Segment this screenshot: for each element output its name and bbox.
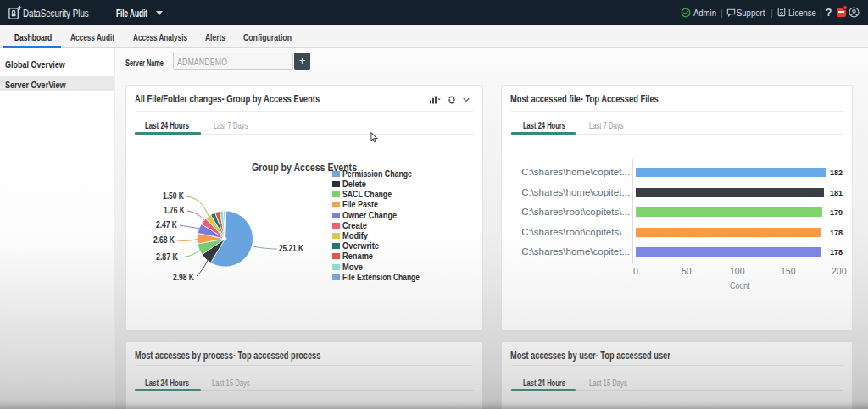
svg-text:Modify: Modify	[342, 231, 368, 240]
svg-text:File Paste: File Paste	[342, 200, 378, 209]
svg-text:2.47 K: 2.47 K	[156, 220, 178, 229]
svg-text:2.68 K: 2.68 K	[153, 235, 175, 245]
svg-text:1.76 K: 1.76 K	[164, 206, 186, 215]
svg-text:Owner Change: Owner Change	[342, 211, 397, 220]
svg-text:Create: Create	[342, 221, 367, 230]
svg-text:1.50 K: 1.50 K	[163, 191, 185, 201]
svg-text:Move: Move	[342, 263, 363, 272]
svg-text:Permission Change: Permission Change	[342, 169, 412, 179]
svg-text:Overwrite: Overwrite	[342, 241, 379, 251]
svg-text:File Extension Change: File Extension Change	[342, 273, 420, 282]
svg-text:SACL Change: SACL Change	[342, 190, 392, 199]
svg-text:Group by Access Events: Group by Access Events	[252, 161, 357, 174]
svg-text:Rename: Rename	[342, 251, 373, 261]
svg-text:2.98 K: 2.98 K	[173, 273, 195, 282]
svg-text:2.87 K: 2.87 K	[156, 252, 179, 262]
svg-text:Delete: Delete	[342, 180, 366, 189]
svg-text:25.21 K: 25.21 K	[279, 244, 304, 253]
